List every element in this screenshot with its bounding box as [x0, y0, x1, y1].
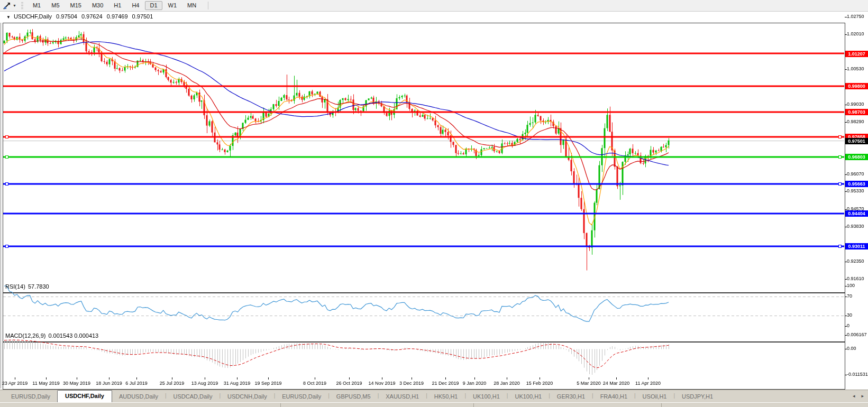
price-line-badge: 1.01207 [845, 51, 868, 57]
date-axis-label: 9 Jan 2020 [463, 381, 487, 386]
tab-scroll-left-icon[interactable]: ◂ [853, 393, 855, 399]
chart-tab-uk100-h1[interactable]: UK100,H1 [508, 391, 549, 402]
rsi-name: RSI(14) [5, 283, 25, 290]
status-bar-separator [473, 403, 474, 407]
rsi-axis-label: 30 [847, 312, 852, 318]
status-bar [0, 402, 868, 407]
rsi-panel[interactable] [3, 293, 845, 342]
price-axis-label: 1.02750 [847, 14, 864, 19]
mt4-window: ▼ M1M5M15M30H1H4D1W1MN ▼USDCHF,Daily 0.9… [0, 0, 868, 407]
date-axis-label: 13 Aug 2019 [191, 381, 218, 386]
chart-tab-usdcad-daily[interactable]: USDCAD,Daily [167, 391, 220, 402]
price-line-badge: 0.96803 [845, 154, 868, 160]
price-axis-label: 0.93830 [847, 224, 864, 229]
price-axis-label: 1.00530 [847, 66, 864, 71]
date-axis-label: 5 Mar 2020 [577, 381, 601, 386]
timeframe-button-mn[interactable]: MN [182, 1, 201, 10]
tab-scroll-arrows: ◂ ▸ [853, 393, 864, 399]
price-line-badge: 0.93011 [845, 243, 868, 249]
chart-tab-eurusd-daily[interactable]: EURUSD,Daily [4, 391, 57, 402]
timeframe-button-m5[interactable]: M5 [47, 1, 64, 10]
caret-down-icon[interactable]: ▼ [6, 15, 11, 20]
date-axis-label: 3 Dec 2019 [399, 381, 424, 386]
chart-tab-ger30-h1[interactable]: GER30,H1 [550, 391, 592, 402]
date-axis-label: 6 Jul 2019 [125, 381, 148, 386]
main-chart-panel[interactable] [3, 23, 845, 293]
date-axis-label: 23 Apr 2019 [2, 381, 28, 386]
macd-name: MACD(12,26,9) [5, 332, 45, 339]
chart-tab-bar: EURUSD,DailyUSDCHF,DailyAUDUSD,Daily|USD… [0, 390, 868, 402]
date-axis-label: 31 Aug 2019 [224, 381, 251, 386]
price-axis-label: 0.95330 [847, 188, 864, 193]
ohlc-low: 0.97469 [107, 13, 128, 20]
caret-down-icon: ▼ [13, 4, 16, 7]
rsi-axis-label: 70 [847, 293, 852, 299]
macd-axis-label: 0.006167 [847, 332, 867, 337]
chart-tab-audusd-daily[interactable]: AUDUSD,Daily [112, 391, 165, 402]
price-axis-label: 1.02010 [847, 31, 864, 36]
status-bar-separator [661, 403, 662, 407]
price-line-badge: 0.97501 [845, 138, 868, 144]
date-axis-label: 21 Dec 2019 [432, 381, 459, 386]
ohlc-open: 0.97504 [56, 13, 77, 20]
toolbar-grip[interactable] [21, 2, 23, 10]
chart-tab-hk50-h1[interactable]: HK50,H1 [427, 391, 465, 402]
date-axis-label: 14 Nov 2019 [368, 381, 395, 386]
chart-tab-eurusd-daily[interactable]: EURUSD,Daily [275, 391, 328, 402]
symbol-period-label: USDCHF,Daily [14, 13, 52, 20]
status-bar-separator [280, 403, 281, 407]
timeframe-button-m30[interactable]: M30 [87, 1, 108, 10]
rsi-axis-label: 0 [847, 323, 849, 328]
timeframe-button-h4[interactable]: H4 [127, 1, 144, 10]
date-axis-label: 8 Oct 2019 [303, 381, 326, 386]
macd-axis-label: 0.00 [847, 346, 856, 351]
timeframe-button-w1[interactable]: W1 [163, 1, 182, 10]
chart-tab-usdchf-daily[interactable]: USDCHF,Daily [57, 390, 112, 402]
price-axis-label: 0.92350 [847, 258, 864, 264]
rsi-value: 57.7830 [28, 283, 49, 290]
timeframe-button-h1[interactable]: H1 [109, 1, 126, 10]
chart-tab-usdcnh-daily[interactable]: USDCNH,Daily [221, 391, 274, 402]
rsi-axis-label: 100 [847, 283, 855, 288]
chart-tab-xauusd-h1[interactable]: XAUUSD,H1 [379, 391, 426, 402]
date-axis-label: 28 Jan 2020 [494, 381, 520, 386]
price-line-badge: 0.94404 [845, 210, 868, 217]
top-toolbar: ▼ M1M5M15M30H1H4D1W1MN [0, 0, 868, 12]
price-line-badge: 0.99800 [845, 83, 868, 89]
price-axis-label: 0.98290 [847, 119, 864, 124]
date-axis-label: 25 Jul 2019 [160, 381, 185, 386]
date-axis-label: 15 Feb 2020 [526, 381, 553, 386]
timeframe-button-group: M1M5M15M30H1H4D1W1MN [28, 1, 202, 10]
chart-tab-fra40-h1[interactable]: FRA40,H1 [593, 391, 634, 402]
chart-cursor-glyph [3, 2, 11, 10]
rsi-label: RSI(14)57.7830 [5, 283, 52, 290]
timeframe-button-m1[interactable]: M1 [28, 1, 45, 10]
chart-tab-usdjpy-h1[interactable]: USDJPY,H1 [675, 391, 720, 402]
timeframe-button-m15[interactable]: M15 [66, 1, 86, 10]
date-axis-label: 24 Mar 2020 [603, 381, 630, 386]
chart-title: ▼USDCHF,Daily 0.97504 0.97624 0.97469 0.… [6, 13, 153, 20]
date-axis-label: 11 May 2019 [32, 381, 59, 386]
price-axis-label: 0.96070 [847, 171, 864, 177]
date-axis-label: 11 Apr 2020 [635, 381, 661, 386]
macd-axis-label: -0.011531 [847, 372, 868, 377]
date-axis-label: 18 Jun 2019 [96, 381, 122, 386]
tab-scroll-right-icon[interactable]: ▸ [861, 393, 864, 399]
price-axis-label: 0.91610 [847, 276, 864, 281]
chart-tab-usoil-h1[interactable]: USOil,H1 [636, 391, 674, 402]
date-axis-label: 30 May 2019 [63, 381, 90, 386]
ohlc-high: 0.97624 [81, 13, 103, 20]
chart-tab-gbpusd-m5[interactable]: GBPUSD,M5 [330, 391, 378, 402]
macd-values: 0.001543 0.000413 [48, 332, 98, 339]
toolbar-separator [208, 2, 208, 10]
timeframe-button-d1[interactable]: D1 [145, 1, 162, 10]
price-line-badge: 0.98703 [845, 109, 868, 115]
price-line-badge: 0.95663 [845, 181, 868, 187]
ohlc-close: 0.97501 [132, 13, 153, 20]
chart-tab-uk100-h1[interactable]: UK100,H1 [466, 391, 507, 402]
macd-label: MACD(12,26,9)0.001543 0.000413 [5, 332, 101, 339]
chart-cursor-icon[interactable]: ▼ [2, 2, 17, 10]
date-axis-label: 19 Sep 2019 [254, 381, 281, 386]
price-axis-label: 0.99030 [847, 101, 864, 107]
chart-client-area [0, 11, 868, 407]
